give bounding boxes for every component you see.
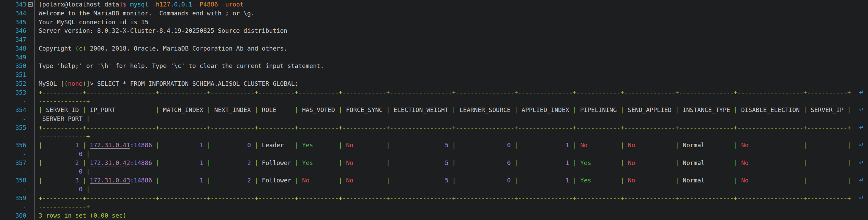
text-segment: + xyxy=(339,124,342,131)
fold-column xyxy=(26,53,34,62)
text-segment: + xyxy=(734,89,737,96)
gutter: 345 xyxy=(0,18,34,27)
text-segment xyxy=(251,177,255,184)
text-segment xyxy=(705,177,734,184)
text-segment: + xyxy=(295,89,298,96)
text-segment: Yes xyxy=(302,159,313,166)
text-segment: + xyxy=(573,124,577,131)
text-segment xyxy=(577,177,580,184)
text-segment: + xyxy=(734,124,737,131)
text-segment: ------------ xyxy=(211,89,254,96)
text-segment xyxy=(152,141,156,149)
text-segment xyxy=(313,159,339,166)
text-segment: No xyxy=(628,177,635,184)
text-segment: | xyxy=(339,159,342,166)
text-segment: No xyxy=(741,177,748,184)
text-segment: | xyxy=(156,141,160,149)
text-segment: SERVER_ID xyxy=(42,106,83,113)
line-wrap-icon: ↵ xyxy=(859,88,864,97)
text-segment: | xyxy=(83,141,86,149)
text-segment: SERVER_IP xyxy=(807,106,847,113)
wrap-marker: - xyxy=(0,97,26,106)
gutter: 354 xyxy=(0,106,34,114)
text-segment: | xyxy=(255,141,258,149)
text-segment: ---------------- xyxy=(456,124,514,131)
terminal-line: 343[polarx@localhost data]$ mysql -h127.… xyxy=(0,0,868,9)
text-segment xyxy=(807,159,811,166)
text-segment xyxy=(456,177,507,184)
text-segment xyxy=(291,177,295,184)
terminal-line: 358| 3 | 172.31.0.43:14886 | 1 | 2 | Fol… xyxy=(0,176,868,185)
text-segment: Your MySQL connection id is 15 xyxy=(39,18,148,26)
text-segment: + xyxy=(86,203,90,210)
line-text: 0 | xyxy=(34,150,868,159)
text-segment: + xyxy=(207,124,211,131)
fold-column xyxy=(26,150,34,159)
text-segment: DISABLE_ELECTION xyxy=(737,106,803,113)
text-segment: No xyxy=(628,159,635,166)
text-segment: | xyxy=(847,177,851,184)
line-text: +-----------+-------------------+-------… xyxy=(34,194,868,203)
fold-column xyxy=(26,211,34,220)
gutter: 348 xyxy=(0,44,34,53)
text-segment: ----------- xyxy=(42,89,83,96)
text-segment: + xyxy=(86,97,90,105)
text-segment: ----------- xyxy=(807,124,847,131)
text-segment: + xyxy=(573,194,577,202)
text-segment xyxy=(737,141,741,149)
fold-column xyxy=(26,61,34,70)
text-segment: + xyxy=(207,194,211,202)
text-segment: APPLIED_INDEX xyxy=(518,106,573,113)
text-segment: ----------------- xyxy=(390,124,452,131)
line-number: 349 xyxy=(0,53,26,62)
text-segment: + xyxy=(847,124,851,131)
text-segment: | xyxy=(734,141,738,149)
text-segment xyxy=(79,159,83,166)
text-segment xyxy=(624,159,628,166)
terminal-line: 356| 1 | 172.31.0.41:14886 | 1 | 0 | Lea… xyxy=(0,141,868,150)
text-segment: ELECTION_WEIGHT xyxy=(390,106,452,113)
line-text: Welcome to the MariaDB monitor. Commands… xyxy=(34,9,868,18)
editor-terminal-view: 343[polarx@localhost data]$ mysql -h127.… xyxy=(0,0,868,220)
text-segment: 1 xyxy=(566,141,569,149)
text-segment: Follower xyxy=(262,159,291,166)
text-segment: + xyxy=(295,194,298,202)
line-text: Copyright (c) 2000, 2018, Oracle, MariaD… xyxy=(34,44,868,53)
text-segment: 1 xyxy=(566,159,569,166)
text-segment xyxy=(811,177,847,184)
text-segment: ]> SELECT * FROM INFORMATION_SCHEMA.ALIS… xyxy=(86,80,298,87)
text-segment: | xyxy=(847,159,851,166)
text-segment: + xyxy=(620,124,624,131)
text-segment: --------------- xyxy=(518,89,573,96)
text-segment: --------------- xyxy=(518,194,573,202)
line-wrap-icon: ↵ xyxy=(859,194,864,203)
text-segment: Normal xyxy=(683,177,705,184)
ip-link[interactable]: 172.31.0.41 xyxy=(90,141,130,149)
terminal-line: 347 xyxy=(0,35,868,44)
fold-column xyxy=(26,167,34,176)
text-segment: | xyxy=(156,177,160,184)
text-segment: No xyxy=(628,141,635,149)
text-segment: 1 xyxy=(200,159,203,166)
text-segment xyxy=(42,141,75,149)
ip-link[interactable]: 172.31.0.43 xyxy=(90,177,130,184)
fold-toggle-icon[interactable] xyxy=(28,2,33,7)
text-segment: MySQL [ xyxy=(39,80,64,87)
fold-column xyxy=(26,106,34,114)
text-segment: | xyxy=(734,159,738,166)
ip-link[interactable]: 172.31.0.42 xyxy=(90,159,130,166)
text-segment: + xyxy=(39,89,42,96)
text-segment xyxy=(518,141,566,149)
text-segment: 1 xyxy=(200,177,203,184)
text-segment xyxy=(82,185,86,193)
text-segment: : xyxy=(130,159,134,166)
text-segment xyxy=(749,177,804,184)
text-segment: | xyxy=(207,159,211,166)
text-segment: Welcome to the MariaDB monitor. Commands… xyxy=(39,10,255,17)
text-segment: Follower xyxy=(262,177,291,184)
text-segment: Type 'help;' or '\h' for help. Type '\c'… xyxy=(39,62,324,69)
gutter: 351 xyxy=(0,70,34,79)
text-segment: 3 xyxy=(75,177,79,184)
text-segment xyxy=(679,159,683,166)
text-segment: + xyxy=(295,124,298,131)
